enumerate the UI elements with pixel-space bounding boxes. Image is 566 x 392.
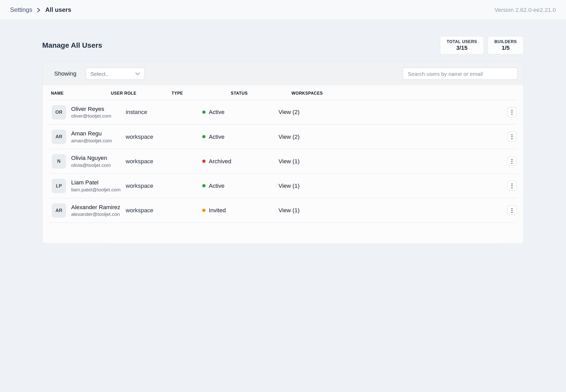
status-badge: Active xyxy=(202,183,278,189)
kebab-icon xyxy=(511,159,512,160)
breadcrumb-all-users: All users xyxy=(45,6,71,14)
workspaces-view-link[interactable]: View (1) xyxy=(278,207,502,214)
row-menu-button[interactable] xyxy=(507,132,517,142)
user-name: Liam Patel xyxy=(71,179,120,186)
user-cell: LP Liam Patel liam.patel@tooljet.com xyxy=(48,178,126,193)
table-row: N Olivia Nguyen olivia@tooljet.com works… xyxy=(48,149,518,174)
version-label: Version 2.62.0-ee2.21.0 xyxy=(495,7,556,13)
user-name: Alexander Ramirez xyxy=(71,204,120,211)
kebab-icon xyxy=(511,110,512,111)
status-badge: Invited xyxy=(202,207,278,214)
status-label: Active xyxy=(209,183,224,189)
status-dot-icon xyxy=(202,135,206,138)
kebab-icon xyxy=(511,183,512,184)
user-role: workspace xyxy=(126,133,202,140)
row-menu-button[interactable] xyxy=(507,206,517,215)
avatar: AR xyxy=(52,129,66,144)
row-menu-button[interactable] xyxy=(507,156,517,166)
column-header-name: NAME xyxy=(51,91,111,95)
showing-label: Showing xyxy=(54,70,76,77)
status-label: Active xyxy=(209,133,224,140)
status-label: Active xyxy=(209,109,224,115)
status-dot-icon xyxy=(202,184,206,187)
user-email: liam.patel@tooljet.com xyxy=(71,187,120,192)
column-header-workspaces: WORKSPACES xyxy=(292,91,518,95)
status-dot-icon xyxy=(202,160,206,163)
status-badge: Archived xyxy=(202,158,278,165)
builders-label: BUILDERS xyxy=(495,39,517,44)
workspaces-view-link[interactable]: View (1) xyxy=(278,183,502,189)
user-role: workspace xyxy=(126,207,202,214)
column-header-type: TYPE xyxy=(172,91,231,95)
breadcrumb-settings[interactable]: Settings xyxy=(10,6,32,14)
workspaces-view-link[interactable]: View (2) xyxy=(278,109,502,115)
user-name: Oliver Reyes xyxy=(71,105,111,113)
search-input[interactable] xyxy=(403,68,518,80)
avatar: OR xyxy=(52,105,66,119)
column-header-status: STATUS xyxy=(231,91,292,95)
total-users-value: 3/15 xyxy=(447,45,477,51)
status-dot-icon xyxy=(202,209,206,212)
chevron-right-icon xyxy=(37,7,41,13)
user-cell: OR Oliver Reyes oliver@tooljet.com xyxy=(48,105,126,119)
status-filter-select[interactable]: Select.. xyxy=(86,68,145,80)
user-email: oliver@tooljet.com xyxy=(71,113,111,119)
table-row: AR Aman Regu aman@tooljet.com workspace … xyxy=(48,125,518,149)
user-name: Aman Regu xyxy=(71,130,112,137)
table-row: OR Oliver Reyes oliver@tooljet.com insta… xyxy=(48,100,518,125)
table-header: NAME USER ROLE TYPE STATUS WORKSPACES xyxy=(48,85,518,100)
builders-card: BUILDERS 1/5 xyxy=(488,36,524,54)
user-cell: AR Alexander Ramirez alexander@tooljet.c… xyxy=(48,203,126,218)
page-root: Settings All users Version 2.62.0-ee2.21… xyxy=(0,0,566,392)
row-menu-button[interactable] xyxy=(507,181,517,191)
filter-bar: Showing Select.. xyxy=(43,62,523,85)
user-cell: AR Aman Regu aman@tooljet.com xyxy=(48,129,126,144)
table-row: AR Alexander Ramirez alexander@tooljet.c… xyxy=(48,198,518,223)
chevron-down-icon xyxy=(135,72,140,75)
status-label: Invited xyxy=(209,207,226,214)
page-header: Manage All Users TOTAL USERS 3/15 BUILDE… xyxy=(42,36,524,54)
table-row: LP Liam Patel liam.patel@tooljet.com wor… xyxy=(48,174,518,198)
user-role: workspace xyxy=(126,158,202,165)
user-email: alexander@tooljet.con xyxy=(71,211,120,217)
stats-group: TOTAL USERS 3/15 BUILDERS 1/5 xyxy=(440,36,524,54)
avatar: AR xyxy=(52,203,66,218)
select-value: Select.. xyxy=(91,71,109,77)
total-users-label: TOTAL USERS xyxy=(447,39,477,44)
workspaces-view-link[interactable]: View (1) xyxy=(278,158,502,165)
workspaces-view-link[interactable]: View (2) xyxy=(278,133,502,140)
users-table: NAME USER ROLE TYPE STATUS WORKSPACES OR… xyxy=(43,85,523,243)
status-dot-icon xyxy=(202,110,206,114)
column-header-user-role: USER ROLE xyxy=(111,91,172,95)
status-label: Archived xyxy=(209,158,231,165)
main-content: Manage All Users TOTAL USERS 3/15 BUILDE… xyxy=(0,20,566,244)
breadcrumb: Settings All users xyxy=(10,6,71,14)
row-menu-button[interactable] xyxy=(507,107,517,117)
page-title: Manage All Users xyxy=(42,41,102,50)
kebab-icon xyxy=(511,134,512,135)
user-cell: N Olivia Nguyen olivia@tooljet.com xyxy=(48,154,126,168)
user-name: Olivia Nguyen xyxy=(71,154,111,162)
user-role: instance xyxy=(126,109,202,115)
user-role: workspace xyxy=(126,183,202,189)
avatar: LP xyxy=(52,178,66,193)
kebab-icon xyxy=(511,208,512,209)
user-email: aman@tooljet.com xyxy=(71,138,112,143)
top-bar: Settings All users Version 2.62.0-ee2.21… xyxy=(0,0,566,20)
total-users-card: TOTAL USERS 3/15 xyxy=(440,36,484,54)
users-card: Showing Select.. NAME USER ROLE TYPE STA… xyxy=(42,62,524,244)
status-badge: Active xyxy=(202,109,278,115)
user-email: olivia@tooljet.com xyxy=(71,162,111,168)
builders-value: 1/5 xyxy=(495,45,517,51)
status-badge: Active xyxy=(202,133,278,140)
avatar: N xyxy=(52,154,66,168)
